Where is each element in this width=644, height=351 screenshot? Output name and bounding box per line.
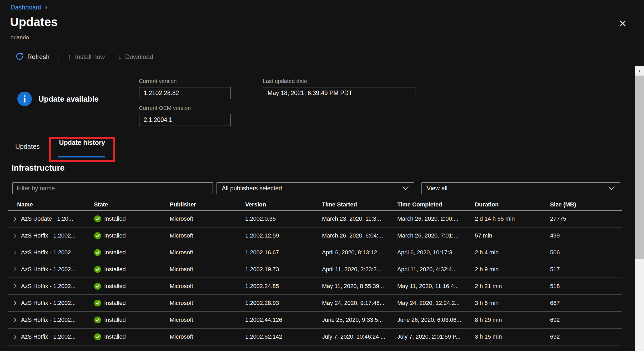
view-dropdown-value: View all [427, 185, 447, 192]
installed-check-icon [94, 249, 101, 256]
view-dropdown[interactable]: View all [421, 182, 620, 194]
state-label: Installed [104, 249, 126, 256]
column-header-state: State [94, 201, 170, 208]
version: 1.2002.12.59 [245, 232, 322, 239]
time-started: April 11, 2020, 2:23:2... [322, 266, 397, 273]
duration: 57 min [475, 232, 550, 239]
current-version-field[interactable]: 1.2102.28.82 [139, 87, 231, 99]
table-row[interactable]: AzS Hotfix - 1.2002... Installed Microso… [8, 228, 622, 244]
refresh-button[interactable]: Refresh [15, 52, 49, 62]
time-completed: May 11, 2020, 11:16:4... [397, 283, 475, 290]
time-completed: March 26, 2020, 2:00:... [397, 215, 475, 222]
scrollbar-track[interactable]: ▲ [635, 66, 644, 351]
expand-chevron-icon[interactable] [12, 317, 18, 323]
duration: 2 d 14 h 55 min [475, 215, 550, 222]
filter-by-name-wrap [12, 182, 213, 194]
time-started: May 11, 2020, 8:55:39... [322, 283, 397, 290]
expand-chevron-icon[interactable] [12, 216, 18, 221]
expand-chevron-icon[interactable] [12, 267, 18, 272]
refresh-icon [15, 52, 24, 62]
version: 1.2002.28.93 [245, 300, 322, 306]
expand-chevron-icon[interactable] [12, 233, 18, 238]
oem-version-field[interactable]: 2.1.2004.1 [139, 114, 231, 126]
table-row[interactable]: AzS Hotfix - 1.2002... Installed Microso… [8, 295, 622, 312]
update-name: AzS Update - 1.20... [21, 215, 73, 222]
size: 27775 [550, 215, 622, 222]
duration: 8 h 29 min [475, 317, 550, 323]
column-header-size: Size (MB) [550, 201, 622, 208]
installed-check-icon [94, 316, 101, 324]
update-name: AzS Hotfix - 1.2002... [21, 249, 76, 256]
column-header-publisher: Publisher [170, 201, 245, 208]
section-title: Infrastructure [12, 163, 65, 173]
expand-chevron-icon[interactable] [12, 300, 18, 306]
column-header-time-started: Time Started [322, 201, 397, 208]
size: 692 [550, 333, 622, 340]
column-header-duration: Duration [475, 201, 550, 208]
version: 1.2002.16.67 [245, 249, 322, 256]
red-highlight-box [49, 137, 115, 162]
install-now-button[interactable]: ↑ Install now [68, 53, 105, 61]
update-name: AzS Hotfix - 1.2002... [21, 266, 76, 273]
current-version-label: Current version [139, 78, 177, 84]
state-label: Installed [104, 333, 126, 340]
oem-version-label: Current OEM version [139, 105, 191, 111]
last-updated-field[interactable]: May 18, 2021, 6:39:49 PM PDT [263, 87, 415, 99]
time-completed: April 6, 2020, 10:17:3... [397, 249, 475, 256]
close-icon[interactable]: ✕ [619, 19, 627, 28]
version: 1.2002.44.126 [245, 317, 322, 323]
updates-blade: Dashboard › Updates orlando ✕ Refresh ↑ … [0, 0, 644, 351]
duration: 3 h 15 min [475, 333, 550, 340]
scroll-up-button[interactable]: ▲ [635, 66, 644, 76]
time-started: April 6, 2020, 8:13:12 ... [322, 249, 397, 256]
table-row[interactable]: AzS Hotfix - 1.2002... Installed Microso… [8, 278, 622, 295]
publisher: Microsoft [170, 232, 245, 239]
time-started: March 23, 2020, 11:3... [322, 215, 397, 222]
table-row[interactable]: AzS Hotfix - 1.2002... Installed Microso… [8, 244, 622, 261]
breadcrumb: Dashboard › [11, 3, 47, 11]
page-subtitle: orlando [11, 34, 29, 41]
table-row[interactable]: AzS Hotfix - 1.2002... Installed Microso… [8, 261, 622, 278]
download-button[interactable]: ↓ Download [118, 53, 153, 61]
table-row[interactable]: AzS Hotfix - 1.2002... Installed Microso… [8, 329, 622, 345]
filter-by-name-input[interactable] [13, 183, 213, 194]
time-started: July 7, 2020, 10:46:24 ... [322, 333, 397, 340]
size: 499 [550, 232, 622, 239]
version: 1.2002.52.142 [245, 333, 322, 340]
time-completed: May 24, 2020, 12:24:2... [397, 300, 475, 306]
time-started: March 26, 2020, 6:04:... [322, 232, 397, 239]
publishers-dropdown[interactable]: All publishers selected [217, 182, 414, 194]
tab-updates[interactable]: Updates [15, 143, 40, 150]
state-label: Installed [104, 317, 126, 323]
expand-chevron-icon[interactable] [12, 334, 18, 339]
breadcrumb-dashboard-link[interactable]: Dashboard [11, 4, 41, 11]
table-row[interactable]: AzS Hotfix - 1.2002... Installed Microso… [8, 312, 622, 329]
download-label: Download [125, 53, 153, 61]
duration: 2 h 4 min [475, 249, 550, 256]
column-header-name: Name [8, 201, 94, 208]
last-updated-label: Last updated date [263, 78, 307, 84]
time-completed: July 7, 2020, 2:01:59 P... [397, 333, 475, 340]
installed-check-icon [94, 215, 101, 223]
table-row[interactable]: AzS Update - 1.20... Installed Microsoft… [8, 211, 622, 228]
state-label: Installed [104, 232, 126, 239]
update-name: AzS Hotfix - 1.2002... [21, 283, 76, 290]
column-header-version: Version [245, 201, 322, 208]
time-completed: June 26, 2020, 6:03:06... [397, 317, 475, 323]
expand-chevron-icon[interactable] [12, 284, 18, 289]
publisher: Microsoft [170, 317, 245, 323]
update-name: AzS Hotfix - 1.2002... [21, 232, 76, 239]
state-label: Installed [104, 215, 126, 222]
update-history-table: Name State Publisher Version Time Starte… [8, 199, 622, 345]
toolbar-divider [58, 52, 58, 62]
chevron-down-icon [608, 185, 615, 192]
publisher: Microsoft [170, 215, 245, 222]
publisher: Microsoft [170, 300, 245, 306]
scrollbar-thumb[interactable] [635, 76, 644, 259]
update-name: AzS Hotfix - 1.2002... [21, 333, 76, 340]
installed-check-icon [94, 299, 101, 307]
expand-chevron-icon[interactable] [12, 250, 18, 255]
version: 1.2002.19.73 [245, 266, 322, 273]
size: 692 [550, 317, 622, 323]
publisher: Microsoft [170, 249, 245, 256]
